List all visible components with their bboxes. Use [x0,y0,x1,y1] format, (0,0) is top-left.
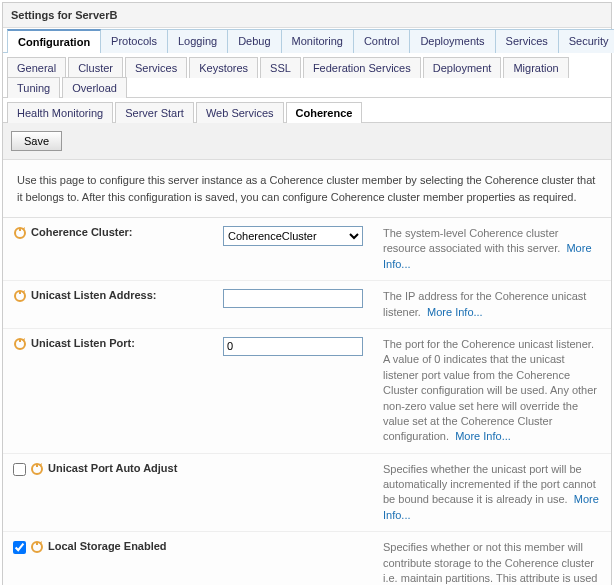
unicast-addr-more-info-link[interactable]: More Info... [427,306,483,318]
local-storage-help: Specifies whether or not this member wil… [383,541,597,585]
save-button[interactable]: Save [11,131,62,151]
sub-tabs-row1: General Cluster Services Keystores SSL F… [3,53,611,98]
auto-adjust-label: Unicast Port Auto Adjust [48,462,177,474]
subtab-services[interactable]: Services [125,57,187,78]
unicast-port-more-info-link[interactable]: More Info... [455,430,511,442]
restart-icon [30,540,44,554]
subtab-tuning[interactable]: Tuning [7,77,60,98]
subtab-general[interactable]: General [7,57,66,78]
unicast-port-input[interactable] [223,337,363,356]
tab-protocols[interactable]: Protocols [100,29,168,53]
unicast-addr-label: Unicast Listen Address: [31,289,157,301]
local-storage-label: Local Storage Enabled [48,540,167,552]
unicast-port-help: The port for the Coherence unicast liste… [383,338,597,442]
cluster-label: Coherence Cluster: [31,226,132,238]
restart-icon [13,289,27,303]
coherence-cluster-select[interactable]: CoherenceCluster [223,226,363,246]
subtab-keystores[interactable]: Keystores [189,57,258,78]
subtab-webservices[interactable]: Web Services [196,102,284,123]
tab-services[interactable]: Services [495,29,559,53]
tab-logging[interactable]: Logging [167,29,228,53]
tab-deployments[interactable]: Deployments [409,29,495,53]
local-storage-checkbox[interactable] [13,541,26,554]
subtab-migration[interactable]: Migration [503,57,568,78]
subtab-overload[interactable]: Overload [62,77,127,98]
unicast-address-input[interactable] [223,289,363,308]
tab-debug[interactable]: Debug [227,29,281,53]
unicast-addr-help: The IP address for the Coherence unicast… [383,290,586,317]
subtab-deployment[interactable]: Deployment [423,57,502,78]
tab-monitoring[interactable]: Monitoring [281,29,354,53]
subtab-cluster[interactable]: Cluster [68,57,123,78]
auto-adjust-help: Specifies whether the unicast port will … [383,463,596,506]
unicast-port-label: Unicast Listen Port: [31,337,135,349]
auto-adjust-checkbox[interactable] [13,463,26,476]
subtab-health[interactable]: Health Monitoring [7,102,113,123]
tab-control[interactable]: Control [353,29,410,53]
restart-icon [30,462,44,476]
sub-tabs-row2: Health Monitoring Server Start Web Servi… [3,98,611,123]
main-tabs: Configuration Protocols Logging Debug Mo… [3,28,611,53]
window-title: Settings for ServerB [3,3,611,28]
restart-icon [13,226,27,240]
subtab-coherence[interactable]: Coherence [286,102,363,123]
cluster-help: The system-level Coherence cluster resou… [383,227,560,254]
page-description: Use this page to configure this server i… [3,160,611,217]
subtab-ssl[interactable]: SSL [260,57,301,78]
subtab-serverstart[interactable]: Server Start [115,102,194,123]
restart-icon [13,337,27,351]
tab-security[interactable]: Security [558,29,614,53]
tab-configuration[interactable]: Configuration [7,29,101,53]
subtab-federation[interactable]: Federation Services [303,57,421,78]
